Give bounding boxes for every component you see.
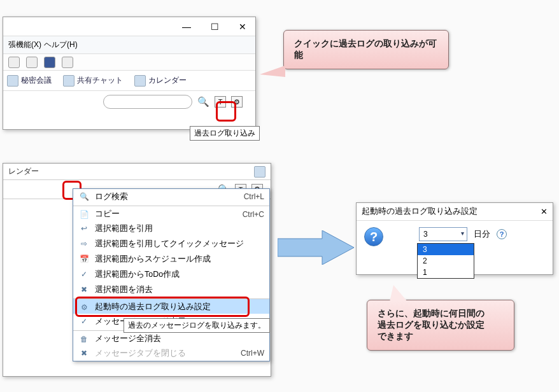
ctx-label: 選択範囲を消去 (95, 284, 264, 295)
tab-calendar-2[interactable]: レンダー (8, 166, 39, 177)
callout-quick-import: クイックに過去ログの取り込みが可能 (283, 30, 449, 69)
svg-marker-0 (278, 230, 354, 265)
search-icon[interactable]: 🔍 (197, 96, 209, 108)
ctx-icon: ⇨ (78, 238, 90, 249)
ctx-icon: ↩ (78, 223, 90, 234)
ctx-label: 選択範囲を引用してクイックメッセージ (95, 239, 264, 249)
tooltip-import-log: 過去ログ取り込み (190, 126, 260, 141)
question-icon: ? (364, 227, 383, 246)
dropdown-option[interactable]: 1 (418, 267, 474, 278)
ctx-item[interactable]: ✖選択範囲を消去 (73, 282, 269, 297)
ctx-icon: 📄 (78, 209, 90, 220)
dropdown-option[interactable]: 2 (418, 255, 474, 267)
dialog-title: 起動時の過去ログ取り込み設定 (362, 206, 478, 217)
tooltip-startup-import: 過去のメッセージログを取り込みます。 (124, 318, 270, 333)
ctx-label: 選択範囲からToDo作成 (95, 269, 264, 280)
tab-calendar[interactable]: カレンダー (134, 75, 187, 87)
ctx-label: ログ検索 (95, 192, 239, 202)
ctx-item[interactable]: ✖メッセージタブを閉じるCtrl+W (73, 346, 269, 361)
days-dropdown[interactable]: 3▾ (419, 227, 467, 241)
ctx-shortcut: Ctrl+C (243, 210, 264, 219)
ctx-item[interactable]: 📅選択範囲からスケジュール作成 (73, 251, 269, 267)
ctx-label: コピー (95, 209, 237, 220)
toolbar: 秘密会議 共有チャット カレンダー (3, 71, 255, 91)
menu-bar: 張機能(X) ヘルプ(H) (3, 36, 255, 54)
arrow-icon (278, 230, 354, 265)
facebook-icon[interactable] (44, 57, 55, 68)
search-input[interactable] (103, 95, 192, 109)
ctx-label: メッセージタブを閉じる (95, 348, 236, 359)
chevron-down-icon: ▾ (461, 230, 464, 237)
ctx-icon: ✖ (78, 347, 90, 359)
ctx-item[interactable]: ⇨選択範囲を引用してクイックメッセージ (73, 236, 269, 251)
menu-extensions[interactable]: 張機能(X) (8, 39, 41, 50)
ctx-label: メッセージ全消去 (95, 333, 264, 344)
ctx-icon: 🔍 (78, 191, 90, 202)
titlebar: ― ☐ ✕ (3, 17, 255, 36)
menu-help[interactable]: ヘルプ(H) (44, 39, 78, 50)
ctx-item[interactable]: ↩選択範囲を引用 (73, 221, 269, 236)
ctx-icon: 🗑 (78, 333, 90, 345)
chat-icon (63, 75, 74, 87)
highlight-box-import (216, 101, 236, 122)
dropdown-option[interactable]: 3 (418, 244, 474, 255)
ctx-icon: ✓ (78, 269, 90, 280)
ctx-icon: ✖ (78, 284, 90, 295)
days-suffix-label: 日分 (474, 229, 490, 240)
ctx-item[interactable]: 🔍ログ検索Ctrl+L (73, 189, 269, 204)
tab-strip: レンダー (3, 164, 271, 180)
highlight-box-menuitem (75, 297, 250, 317)
tab-secret-meeting[interactable]: 秘密会議 (7, 75, 52, 87)
ctx-icon: ✓ (78, 316, 90, 327)
context-menu: 🔍ログ検索Ctrl+L📄コピーCtrl+C↩選択範囲を引用⇨選択範囲を引用してク… (73, 188, 270, 361)
ctx-shortcut: Ctrl+W (241, 349, 264, 358)
lock-icon (7, 75, 18, 87)
close-button[interactable]: ✕ (235, 19, 250, 34)
tool-icon-1[interactable] (8, 57, 20, 68)
ctx-icon: 📅 (78, 253, 90, 265)
help-icon[interactable]: ? (497, 229, 507, 239)
ctx-shortcut: Ctrl+L (244, 192, 264, 201)
ctx-label: 選択範囲からスケジュール作成 (95, 254, 264, 265)
dialog-close-button[interactable]: ✕ (541, 207, 548, 216)
tab-shared-chat[interactable]: 共有チャット (63, 75, 123, 87)
days-dropdown-list[interactable]: 321 (417, 243, 474, 279)
icon-bar (3, 54, 255, 71)
tool-icon-2[interactable] (26, 57, 38, 68)
maximize-button[interactable]: ☐ (207, 19, 222, 34)
tool-icon-4[interactable] (62, 57, 73, 68)
ctx-item[interactable]: 📄コピーCtrl+C (73, 206, 269, 221)
ctx-item[interactable]: ✓選択範囲からToDo作成 (73, 267, 269, 282)
toolbar-icon[interactable] (254, 166, 265, 178)
minimize-button[interactable]: ― (179, 19, 194, 34)
dialog-titlebar: 起動時の過去ログ取り込み設定 ✕ (357, 203, 553, 221)
calendar-icon (134, 75, 146, 87)
callout-startup-setting: さらに、起動時に何日間の 過去ログを取り込むか設定 できます (367, 300, 514, 351)
ctx-label: 選択範囲を引用 (95, 223, 264, 234)
